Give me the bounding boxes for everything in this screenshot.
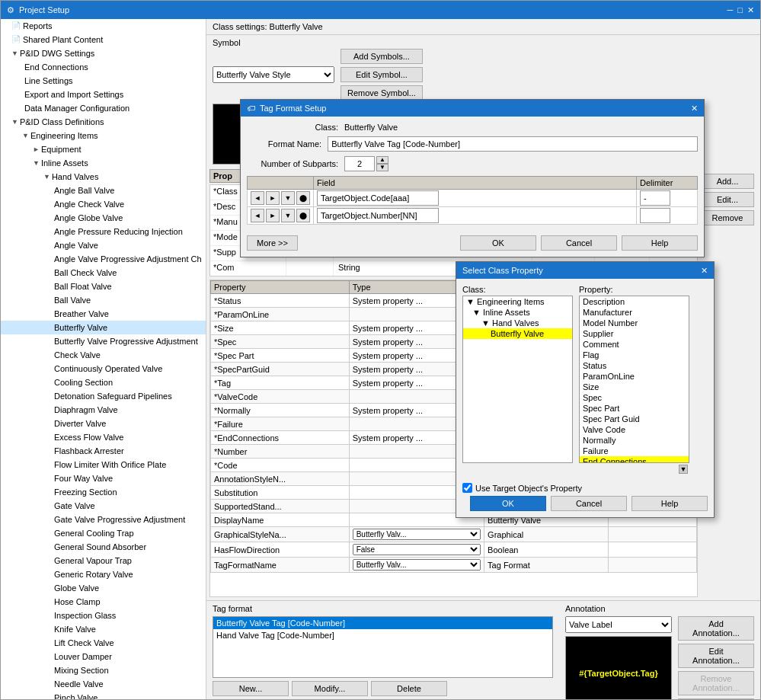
window-controls[interactable]: ─ □ ✕	[727, 5, 754, 15]
tree-item-angle-globe[interactable]: Angle Globe Valve	[1, 211, 206, 225]
tree-item-gen-cooling[interactable]: General Cooling Trap	[1, 526, 206, 540]
tree-item-excess-flow[interactable]: Excess Flow Valve	[1, 430, 206, 444]
tree-item-reports[interactable]: 📄 Reports	[1, 19, 206, 33]
add-annotation-button[interactable]: Add Annotation...	[678, 616, 754, 641]
tree-item-freezing[interactable]: Freezing Section	[1, 485, 206, 499]
symbol-preview	[213, 104, 327, 165]
tree-item-cont-operated[interactable]: Continuously Operated Valve	[1, 362, 206, 376]
table-row[interactable]: *StatusSystem property ...StatusAcquisit…	[211, 294, 697, 308]
minimize-btn[interactable]: ─	[727, 5, 734, 15]
table-row[interactable]: *ParamOnLineParamOnLine	[211, 308, 697, 321]
tree-item-pid-class[interactable]: ▼ P&ID Class Definitions	[1, 115, 206, 129]
tree-item-mixing[interactable]: Mixing Section	[1, 663, 206, 677]
tree-item-louver[interactable]: Louver Damper	[1, 650, 206, 663]
table-row[interactable]: *EndConnectionsSystem property ...End Co…	[211, 431, 697, 445]
edit-block-button[interactable]: Edit Block...	[678, 698, 754, 699]
tree-item-gen-vapour[interactable]: General Vapour Trap	[1, 554, 206, 567]
tree-item-angle-check[interactable]: Angle Check Valve	[1, 197, 206, 211]
tree-item-four-way[interactable]: Four Way Valve	[1, 471, 206, 485]
tree-item-pinch[interactable]: Pinch Valve	[1, 691, 206, 699]
tree-item-angle-pressure[interactable]: Angle Pressure Reducing Injection	[1, 225, 206, 238]
symbol-dropdown[interactable]: Butterfly Valve Style	[213, 66, 334, 83]
table-row[interactable]: GraphicalStyleNa... Butterfly Valv... Gr…	[211, 527, 697, 542]
table-row[interactable]: SubstitutionTrue	[211, 486, 697, 500]
tree-item-angle-valve-prog[interactable]: Angle Valve Progressive Adjustment Ch	[1, 252, 206, 266]
maximize-btn[interactable]: □	[737, 5, 743, 15]
tree-item-diaphragm[interactable]: Diaphragm Valve	[1, 403, 206, 417]
tree-item-breather[interactable]: Breather Valve	[1, 307, 206, 321]
tree-item-angle-ball[interactable]: Angle Ball Valve	[1, 184, 206, 197]
add-button[interactable]: Add...	[701, 174, 754, 189]
remove-symbol-button[interactable]: Remove Symbol...	[341, 85, 423, 101]
table-row[interactable]: *CodeCodeHA	[211, 459, 697, 472]
table-row[interactable]: SupportedStand...3	[211, 500, 697, 513]
tree-item-ball-valve[interactable]: Ball Valve	[1, 293, 206, 307]
tree-item-butterfly-prog[interactable]: Butterfly Valve Progressive Adjustment	[1, 334, 206, 348]
tree-item-globe[interactable]: Globe Valve	[1, 581, 206, 595]
tree-item-equipment[interactable]: ► Equipment	[1, 142, 206, 156]
tree-item-ball-check[interactable]: Ball Check Valve	[1, 266, 206, 280]
edit-annotation-button[interactable]: Edit Annotation...	[678, 644, 754, 668]
tree-item-line-settings[interactable]: Line Settings	[1, 74, 206, 88]
edit-button[interactable]: Edit...	[701, 192, 754, 207]
tree-item-end-connections[interactable]: End Connections	[1, 60, 206, 74]
col-type-header: Prop	[287, 169, 333, 183]
add-symbols-button[interactable]: Add Symbols...	[341, 49, 423, 64]
table-row[interactable]: *SpecPartGuidSystem property ...Spec Par…	[211, 363, 697, 376]
table-row[interactable]: DisplayNameButterfly Valve	[211, 513, 697, 527]
title-bar: ⚙ Project Setup ─ □ ✕	[1, 1, 760, 19]
tree-item-inspection[interactable]: Inspection Glass	[1, 609, 206, 622]
tag-format-item-hand[interactable]: Hand Valve Tag [Code-Number]	[213, 629, 552, 641]
modify-button[interactable]: Modify...	[292, 681, 368, 696]
tree-item-ball-float[interactable]: Ball Float Valve	[1, 280, 206, 293]
tree-item-knife[interactable]: Knife Valve	[1, 622, 206, 636]
tree-item-check[interactable]: Check Valve	[1, 348, 206, 362]
tree-item-angle-valve[interactable]: Angle Valve	[1, 238, 206, 252]
class-settings-header: Class settings: Butterfly Valve	[206, 19, 760, 35]
table-row[interactable]: TagFormatName Butterfly Valv... Tag Form…	[211, 558, 697, 573]
tree-item-engineering[interactable]: ▼ Engineering Items	[1, 129, 206, 142]
table-row[interactable]: *NormallySystem property ...NormallyNO	[211, 404, 697, 417]
table-row[interactable]: *SizeSystem property ...SizeAcquisition	[211, 321, 697, 335]
tag-format-item-butterfly[interactable]: Butterfly Valve Tag [Code-Number]	[213, 617, 552, 629]
tree-item-data-manager[interactable]: Data Manager Configuration	[1, 101, 206, 115]
close-btn[interactable]: ✕	[747, 5, 754, 15]
table-row[interactable]: *Spec PartSystem property ...Spec Part	[211, 349, 697, 363]
table-row[interactable]: AnnotationStyleN...Valve Label	[211, 472, 697, 486]
symbol-label: Symbol	[213, 38, 754, 47]
tree-item-gen-sound[interactable]: General Sound Absorber	[1, 540, 206, 554]
tree-item-detonation[interactable]: Detonation Safeguard Pipelines	[1, 389, 206, 403]
table-row[interactable]: *SpecSystem property ...SpecAcquisition	[211, 335, 697, 349]
tree-item-cooling-section[interactable]: Cooling Section	[1, 376, 206, 389]
tree-item-export-import[interactable]: Export and Import Settings	[1, 88, 206, 101]
tree-item-butterfly[interactable]: Butterfly Valve	[1, 321, 206, 334]
edit-symbol-button[interactable]: Edit Symbol...	[341, 67, 423, 82]
tree-item-diverter[interactable]: Diverter Valve	[1, 417, 206, 430]
table-row[interactable]: *TagSystem property ...Tag	[211, 376, 697, 390]
tree-item-hand-valves[interactable]: ▼ Hand Valves	[1, 170, 206, 184]
delete-button[interactable]: Delete	[371, 681, 447, 696]
remove-annotation-button[interactable]: Remove Annotation...	[678, 671, 754, 695]
main-properties-table-wrapper: Property Type Acquisition Value *StatusS…	[209, 280, 698, 597]
tree-item-shared-plant[interactable]: 📄 Shared Plant Content	[1, 33, 206, 46]
table-row[interactable]: *ValveCodeValve Code	[211, 390, 697, 404]
tree-item-flow-limiter[interactable]: Flow Limiter With Orifice Plate	[1, 458, 206, 471]
tree-item-hose-clamp[interactable]: Hose Clamp	[1, 595, 206, 609]
tree-item-gate-prog[interactable]: Gate Valve Progressive Adjustment	[1, 513, 206, 526]
prop-row-supp: *Supp String None	[210, 246, 697, 261]
tree-item-gate[interactable]: Gate Valve	[1, 499, 206, 513]
prop-row-manu: *Manu String None	[210, 216, 697, 231]
table-row[interactable]: *FailureFailure	[211, 417, 697, 431]
annotation-dropdown[interactable]: Valve Label	[565, 616, 672, 633]
col-acq2: Acquisition	[484, 281, 608, 294]
tree-item-needle[interactable]: Needle Valve	[1, 677, 206, 691]
table-row[interactable]: *NumberNumber	[211, 445, 697, 459]
table-row[interactable]: HasFlowDirection False Boolean	[211, 542, 697, 558]
tree-item-flashback[interactable]: Flashback Arrester	[1, 444, 206, 458]
remove-button[interactable]: Remove	[701, 210, 754, 225]
tree-item-pid-dwg[interactable]: ▼ P&ID DWG Settings	[1, 46, 206, 60]
tree-item-lift-check[interactable]: Lift Check Valve	[1, 636, 206, 650]
tree-item-inline-assets[interactable]: ▼ Inline Assets	[1, 156, 206, 170]
new-button[interactable]: New...	[213, 681, 289, 696]
tree-item-gen-rotary[interactable]: Generic Rotary Valve	[1, 567, 206, 581]
